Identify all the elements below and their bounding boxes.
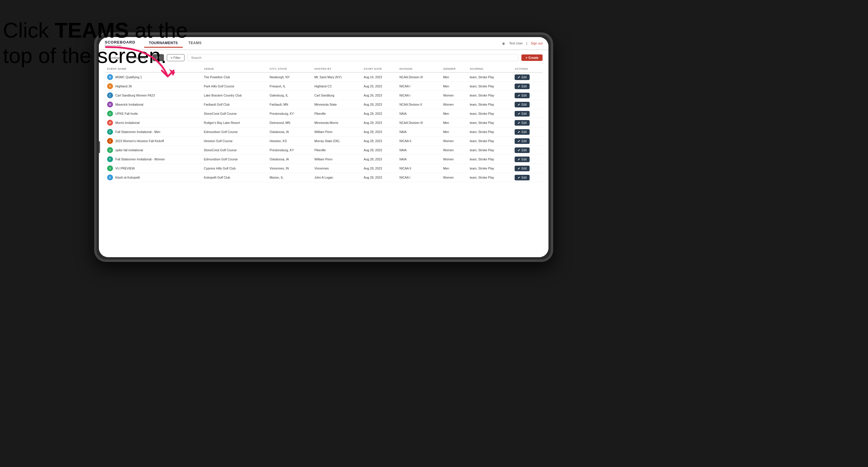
create-button[interactable]: + Create (521, 55, 542, 61)
table-row: M Maverick Invitational Faribault Golf C… (105, 100, 542, 109)
event-icon: F (107, 129, 113, 135)
edit-button[interactable]: Edit (515, 120, 529, 126)
cell-actions: Edit (512, 146, 542, 155)
edit-button[interactable]: Edit (515, 93, 529, 98)
cell-city-state: Oskaloosa, IA (267, 127, 312, 136)
edit-button[interactable]: Edit (515, 129, 529, 135)
nav-tabs: TOURNAMENTS TEAMS (144, 39, 501, 48)
search-input[interactable] (187, 54, 519, 61)
col-start-date: START DATE (361, 65, 397, 72)
cell-start-date: Aug 28, 2023 (361, 164, 397, 173)
col-division: DIVISION (397, 65, 441, 72)
col-venue: VENUE (202, 65, 268, 72)
event-name: Carl Sandburg Women FA23 (115, 94, 155, 97)
cell-gender: Men (441, 164, 467, 173)
cell-city-state: Hesston, KS (267, 136, 312, 146)
cell-gender: Men (441, 109, 467, 118)
edit-button[interactable]: Edit (515, 102, 529, 107)
cell-venue: Faribault Golf Club (202, 100, 268, 109)
cell-gender: Women (441, 155, 467, 164)
cell-event: F Fall Statesmen Invitational - Men (105, 127, 202, 136)
table-body: M MSMC Qualifying 1 The Powelton Club Ne… (105, 72, 542, 182)
sign-out-link[interactable]: Sign out (531, 41, 542, 45)
edit-button[interactable]: Edit (515, 175, 529, 180)
cell-start-date: Aug 25, 2023 (361, 82, 397, 91)
cell-division: NICAA I (397, 82, 441, 91)
edit-button[interactable]: Edit (515, 157, 529, 162)
cell-actions: Edit (512, 118, 542, 127)
event-name: Fall Statesmen Invitational - Men (115, 130, 160, 133)
cell-gender: Women (441, 146, 467, 155)
edit-button[interactable]: Edit (515, 111, 529, 117)
edit-button[interactable]: Edit (515, 166, 529, 171)
cell-start-date: Aug 28, 2023 (361, 155, 397, 164)
cell-event: 2 2023 Women's Hesston Fall Kickoff (105, 136, 202, 146)
cell-scoring: team, Stroke Play (467, 100, 512, 109)
cell-scoring: team, Stroke Play (467, 155, 512, 164)
cell-start-date: Aug 28, 2023 (361, 173, 397, 182)
cell-division: NICAA II (397, 164, 441, 173)
event-name: Morris Invitational (115, 121, 140, 124)
cell-event: V VU PREVIEW (105, 164, 202, 173)
cell-hosted-by: Carl Sandburg (312, 91, 361, 100)
table-row: 2 2023 Women's Hesston Fall Kickoff Hess… (105, 136, 542, 146)
cell-city-state: Prestonsburg, KY (267, 146, 312, 155)
content-area[interactable]: Hosting Competing All ≡ Filter + Create … (99, 50, 549, 257)
event-name: Highland 36 (115, 85, 132, 88)
cell-scoring: team, Stroke Play (467, 164, 512, 173)
cell-actions: Edit (512, 136, 542, 146)
nav-divider: | (526, 41, 527, 45)
cell-gender: Women (441, 100, 467, 109)
cell-hosted-by: William Penn (312, 127, 361, 136)
cell-actions: Edit (512, 164, 542, 173)
event-icon: H (107, 83, 113, 89)
edit-button[interactable]: Edit (515, 84, 529, 89)
col-city-state: CITY, STATE (267, 65, 312, 72)
cell-division: NCAA Division II (397, 100, 441, 109)
table-row: H Highland 36 Park Hills Golf Course Fre… (105, 82, 542, 91)
cell-division: NCAA Division III (397, 72, 441, 82)
cell-venue: StoneCrest Golf Course (202, 109, 268, 118)
cell-venue: Park Hills Golf Course (202, 82, 268, 91)
cell-venue: Kokopelli Golf Club (202, 173, 268, 182)
cell-scoring: team, Stroke Play (467, 173, 512, 182)
cell-gender: Men (441, 127, 467, 136)
event-name: UPKE Fall Invite (115, 112, 138, 115)
cell-event: U UPKE Fall Invite (105, 109, 202, 118)
edit-icon (518, 113, 520, 115)
edit-icon (518, 149, 520, 152)
cell-venue: Ruttger's Bay Lake Resort (202, 118, 268, 127)
cell-venue: Cypress Hills Golf Club (202, 164, 268, 173)
event-icon: M (107, 74, 113, 80)
cell-actions: Edit (512, 155, 542, 164)
table-row: U UPKE Fall Invite StoneCrest Golf Cours… (105, 109, 542, 118)
edit-icon (518, 140, 520, 143)
cell-city-state: Deerwood, MN (267, 118, 312, 127)
event-icon: U (107, 111, 113, 117)
cell-start-date: Aug 28, 2023 (361, 136, 397, 146)
table-row: M Morris Invitational Ruttger's Bay Lake… (105, 118, 542, 127)
cell-city-state: Marion, IL (267, 173, 312, 182)
edit-button[interactable]: Edit (515, 148, 529, 153)
event-icon: F (107, 156, 113, 162)
cell-actions: Edit (512, 91, 542, 100)
edit-button[interactable]: Edit (515, 138, 529, 144)
cell-start-date: Aug 28, 2023 (361, 100, 397, 109)
cell-scoring: team, Stroke Play (467, 72, 512, 82)
cell-venue: Edmundson Golf Course (202, 127, 268, 136)
cell-scoring: team, Stroke Play (467, 118, 512, 127)
cell-gender: Men (441, 82, 467, 91)
edit-icon (518, 76, 520, 79)
event-icon: M (107, 101, 113, 107)
table-row: F Fall Statesmen Invitational - Women Ed… (105, 155, 542, 164)
cell-scoring: team, Stroke Play (467, 82, 512, 91)
cell-scoring: team, Stroke Play (467, 136, 512, 146)
cell-city-state: Freeport, IL (267, 82, 312, 91)
cell-division: NICAA I (397, 173, 441, 182)
cell-gender: Women (441, 173, 467, 182)
event-name: Fall Statesmen Invitational - Women (115, 157, 165, 161)
col-gender: GENDER (441, 65, 467, 72)
gear-icon[interactable] (501, 41, 505, 45)
event-icon: U (107, 147, 113, 153)
edit-button[interactable]: Edit (515, 74, 529, 80)
